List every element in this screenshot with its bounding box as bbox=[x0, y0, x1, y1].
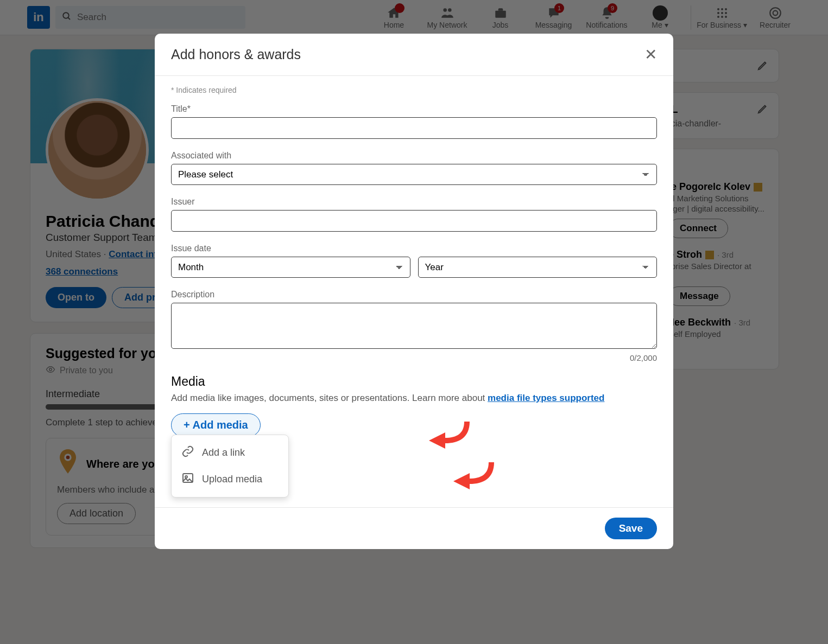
required-note: * Indicates required bbox=[171, 86, 657, 94]
title-label: Title* bbox=[171, 104, 657, 114]
char-count: 0/2,000 bbox=[171, 353, 657, 362]
description-textarea[interactable] bbox=[171, 303, 657, 349]
description-label: Description bbox=[171, 290, 657, 299]
media-description: Add media like images, documents, sites … bbox=[171, 393, 657, 404]
link-icon bbox=[181, 445, 194, 461]
title-input[interactable] bbox=[171, 117, 657, 139]
month-select[interactable]: Month bbox=[171, 257, 410, 278]
upload-media-option[interactable]: Upload media bbox=[172, 466, 288, 493]
modal-title: Add honors & awards bbox=[171, 47, 301, 62]
media-heading: Media bbox=[171, 374, 657, 389]
year-select[interactable]: Year bbox=[418, 257, 658, 278]
svg-point-20 bbox=[185, 476, 187, 478]
media-types-link[interactable]: media file types supported bbox=[488, 393, 604, 403]
close-button[interactable]: ✕ bbox=[644, 46, 657, 63]
issue-date-label: Issue date bbox=[171, 244, 657, 253]
associated-select[interactable]: Please select bbox=[171, 164, 657, 185]
add-link-option[interactable]: Add a link bbox=[172, 439, 288, 466]
media-dropdown-menu: Add a link Upload media bbox=[171, 435, 289, 498]
issuer-input[interactable] bbox=[171, 210, 657, 232]
image-icon bbox=[181, 471, 194, 487]
add-media-button[interactable]: + Add media bbox=[171, 413, 261, 437]
add-honors-modal: Add honors & awards ✕ * Indicates requir… bbox=[155, 34, 673, 549]
modal-overlay[interactable]: Add honors & awards ✕ * Indicates requir… bbox=[0, 0, 828, 644]
close-icon: ✕ bbox=[644, 46, 657, 63]
issuer-label: Issuer bbox=[171, 197, 657, 207]
save-button[interactable]: Save bbox=[605, 518, 657, 539]
associated-label: Associated with bbox=[171, 151, 657, 161]
